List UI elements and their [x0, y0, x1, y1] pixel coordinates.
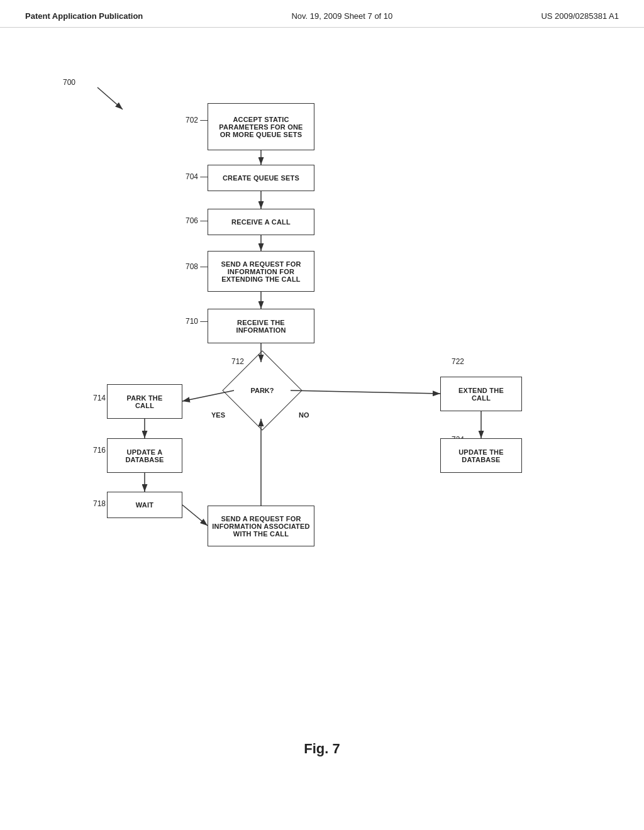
- label-710: 710 —: [186, 317, 208, 326]
- diagram-number: 700: [63, 78, 75, 87]
- diamond-712: PARK?: [234, 362, 291, 419]
- diagram-area: 700 702 — ACCEPT STATICPARAMETERS FOR ON…: [0, 28, 644, 782]
- box-710: RECEIVE THEINFORMATION: [208, 309, 314, 343]
- box-708: SEND A REQUEST FORINFORMATION FOREXTENDI…: [208, 251, 314, 292]
- no-label: NO: [299, 411, 309, 419]
- box-716: UPDATE ADATABASE: [107, 438, 182, 473]
- box-702: ACCEPT STATICPARAMETERS FOR ONEOR MORE Q…: [208, 103, 314, 150]
- label-704: 704 —: [186, 172, 208, 181]
- header-left: Patent Application Publication: [25, 11, 143, 21]
- label-722: 722: [452, 357, 464, 366]
- figure-caption: Fig. 7: [304, 741, 340, 757]
- page-header: Patent Application Publication Nov. 19, …: [0, 0, 644, 28]
- box-714: PARK THECALL: [107, 384, 182, 419]
- box-718: WAIT: [107, 492, 182, 518]
- flow-arrows: [0, 28, 644, 782]
- box-724: UPDATE THEDATABASE: [440, 438, 522, 473]
- box-722: EXTEND THECALL: [440, 377, 522, 411]
- svg-line-10: [182, 505, 208, 526]
- svg-line-1: [97, 87, 123, 109]
- box-720: SEND A REQUEST FORINFORMATION ASSOCIATED…: [208, 506, 314, 546]
- yes-label: YES: [211, 411, 225, 419]
- box-704: CREATE QUEUE SETS: [208, 165, 314, 191]
- label-702: 702 —: [186, 116, 208, 124]
- header-right: US 2009/0285381 A1: [541, 11, 619, 21]
- label-708: 708 —: [186, 262, 208, 271]
- header-center: Nov. 19, 2009 Sheet 7 of 10: [291, 11, 392, 21]
- box-706: RECEIVE A CALL: [208, 209, 314, 235]
- svg-line-12: [291, 390, 440, 394]
- label-706: 706 —: [186, 216, 208, 225]
